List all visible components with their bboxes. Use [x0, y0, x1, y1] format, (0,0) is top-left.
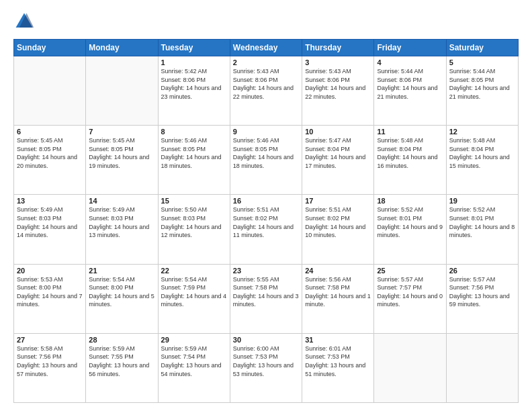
cal-cell: 17Sunrise: 5:51 AM Sunset: 8:02 PM Dayli… [302, 195, 374, 264]
cal-cell: 2Sunrise: 5:43 AM Sunset: 8:06 PM Daylig… [230, 56, 302, 126]
cal-cell [14, 56, 86, 126]
day-number: 2 [233, 58, 299, 66]
logo [13, 11, 39, 32]
day-info: Sunrise: 5:45 AM Sunset: 8:05 PM Dayligh… [89, 136, 154, 170]
day-number: 23 [233, 267, 299, 275]
day-number: 13 [17, 197, 83, 205]
cal-cell: 9Sunrise: 5:46 AM Sunset: 8:05 PM Daylig… [230, 126, 302, 195]
cal-cell: 18Sunrise: 5:52 AM Sunset: 8:01 PM Dayli… [374, 195, 446, 264]
week-row-1: 1Sunrise: 5:42 AM Sunset: 8:06 PM Daylig… [14, 56, 519, 126]
day-info: Sunrise: 5:46 AM Sunset: 8:05 PM Dayligh… [161, 136, 227, 170]
cal-cell: 23Sunrise: 5:55 AM Sunset: 7:58 PM Dayli… [230, 264, 302, 333]
cal-cell: 29Sunrise: 5:59 AM Sunset: 7:54 PM Dayli… [158, 333, 230, 402]
weekday-header-tuesday: Tuesday [158, 40, 230, 56]
day-info: Sunrise: 5:45 AM Sunset: 8:05 PM Dayligh… [17, 136, 83, 170]
cal-cell [374, 333, 446, 402]
weekday-header-thursday: Thursday [302, 40, 374, 56]
cal-cell: 26Sunrise: 5:57 AM Sunset: 7:56 PM Dayli… [446, 264, 518, 333]
cal-cell: 25Sunrise: 5:57 AM Sunset: 7:57 PM Dayli… [374, 264, 446, 333]
day-number: 27 [17, 336, 83, 344]
day-info: Sunrise: 5:52 AM Sunset: 8:01 PM Dayligh… [449, 205, 515, 239]
cal-cell: 7Sunrise: 5:45 AM Sunset: 8:05 PM Daylig… [86, 126, 158, 195]
day-number: 19 [449, 197, 515, 205]
week-row-4: 20Sunrise: 5:53 AM Sunset: 8:00 PM Dayli… [14, 264, 519, 333]
day-number: 17 [305, 197, 371, 205]
cal-cell: 27Sunrise: 5:58 AM Sunset: 7:56 PM Dayli… [14, 333, 86, 402]
cal-cell: 30Sunrise: 6:00 AM Sunset: 7:53 PM Dayli… [230, 333, 302, 402]
weekday-header-friday: Friday [374, 40, 446, 56]
day-number: 29 [161, 336, 227, 344]
day-number: 12 [449, 128, 515, 136]
page: SundayMondayTuesdayWednesdayThursdayFrid… [0, 0, 532, 411]
day-number: 28 [89, 336, 154, 344]
day-number: 18 [377, 197, 443, 205]
day-number: 31 [305, 336, 371, 344]
day-info: Sunrise: 5:51 AM Sunset: 8:02 PM Dayligh… [233, 205, 299, 239]
day-info: Sunrise: 5:48 AM Sunset: 8:04 PM Dayligh… [449, 136, 515, 170]
cal-cell: 20Sunrise: 5:53 AM Sunset: 8:00 PM Dayli… [14, 264, 86, 333]
day-number: 30 [233, 336, 299, 344]
cal-cell: 4Sunrise: 5:44 AM Sunset: 8:06 PM Daylig… [374, 56, 446, 126]
weekday-header-row: SundayMondayTuesdayWednesdayThursdayFrid… [14, 40, 519, 56]
cal-cell: 19Sunrise: 5:52 AM Sunset: 8:01 PM Dayli… [446, 195, 518, 264]
day-info: Sunrise: 6:00 AM Sunset: 7:53 PM Dayligh… [233, 345, 299, 378]
day-number: 20 [17, 267, 83, 275]
cal-cell: 21Sunrise: 5:54 AM Sunset: 8:00 PM Dayli… [86, 264, 158, 333]
cal-cell [86, 56, 158, 126]
day-info: Sunrise: 5:56 AM Sunset: 7:58 PM Dayligh… [305, 275, 371, 309]
weekday-header-wednesday: Wednesday [230, 40, 302, 56]
day-info: Sunrise: 5:43 AM Sunset: 8:06 PM Dayligh… [305, 67, 371, 101]
week-row-3: 13Sunrise: 5:49 AM Sunset: 8:03 PM Dayli… [14, 195, 519, 264]
cal-cell: 8Sunrise: 5:46 AM Sunset: 8:05 PM Daylig… [158, 126, 230, 195]
day-info: Sunrise: 5:58 AM Sunset: 7:56 PM Dayligh… [17, 345, 83, 378]
cal-cell: 24Sunrise: 5:56 AM Sunset: 7:58 PM Dayli… [302, 264, 374, 333]
cal-cell: 1Sunrise: 5:42 AM Sunset: 8:06 PM Daylig… [158, 56, 230, 126]
weekday-header-monday: Monday [86, 40, 158, 56]
day-number: 21 [89, 267, 154, 275]
day-number: 26 [449, 267, 515, 275]
cal-cell: 10Sunrise: 5:47 AM Sunset: 8:04 PM Dayli… [302, 126, 374, 195]
day-number: 10 [305, 128, 371, 136]
cal-cell: 5Sunrise: 5:44 AM Sunset: 8:05 PM Daylig… [446, 56, 518, 126]
day-info: Sunrise: 5:54 AM Sunset: 7:59 PM Dayligh… [161, 275, 227, 309]
day-info: Sunrise: 5:48 AM Sunset: 8:04 PM Dayligh… [377, 136, 443, 170]
day-number: 3 [305, 58, 371, 66]
day-number: 7 [89, 128, 154, 136]
day-number: 24 [305, 267, 371, 275]
day-info: Sunrise: 5:55 AM Sunset: 7:58 PM Dayligh… [233, 275, 299, 309]
day-number: 15 [161, 197, 227, 205]
day-info: Sunrise: 5:47 AM Sunset: 8:04 PM Dayligh… [305, 136, 371, 170]
day-number: 9 [233, 128, 299, 136]
day-number: 16 [233, 197, 299, 205]
day-info: Sunrise: 5:46 AM Sunset: 8:05 PM Dayligh… [233, 136, 299, 170]
cal-cell: 12Sunrise: 5:48 AM Sunset: 8:04 PM Dayli… [446, 126, 518, 195]
day-info: Sunrise: 5:43 AM Sunset: 8:06 PM Dayligh… [233, 67, 299, 101]
day-number: 14 [89, 197, 154, 205]
day-info: Sunrise: 5:44 AM Sunset: 8:05 PM Dayligh… [449, 67, 515, 101]
calendar-table: SundayMondayTuesdayWednesdayThursdayFrid… [13, 39, 519, 403]
weekday-header-saturday: Saturday [446, 40, 518, 56]
day-number: 8 [161, 128, 227, 136]
week-row-5: 27Sunrise: 5:58 AM Sunset: 7:56 PM Dayli… [14, 333, 519, 402]
day-number: 25 [377, 267, 443, 275]
day-info: Sunrise: 5:50 AM Sunset: 8:03 PM Dayligh… [161, 205, 227, 239]
cal-cell: 15Sunrise: 5:50 AM Sunset: 8:03 PM Dayli… [158, 195, 230, 264]
day-number: 5 [449, 58, 515, 66]
day-info: Sunrise: 5:52 AM Sunset: 8:01 PM Dayligh… [377, 205, 443, 239]
cal-cell: 6Sunrise: 5:45 AM Sunset: 8:05 PM Daylig… [14, 126, 86, 195]
cal-cell: 16Sunrise: 5:51 AM Sunset: 8:02 PM Dayli… [230, 195, 302, 264]
day-info: Sunrise: 5:53 AM Sunset: 8:00 PM Dayligh… [17, 275, 83, 309]
day-info: Sunrise: 5:42 AM Sunset: 8:06 PM Dayligh… [161, 67, 227, 101]
cal-cell: 3Sunrise: 5:43 AM Sunset: 8:06 PM Daylig… [302, 56, 374, 126]
header [13, 11, 519, 32]
day-number: 11 [377, 128, 443, 136]
cal-cell: 11Sunrise: 5:48 AM Sunset: 8:04 PM Dayli… [374, 126, 446, 195]
cal-cell: 31Sunrise: 6:01 AM Sunset: 7:53 PM Dayli… [302, 333, 374, 402]
cal-cell: 22Sunrise: 5:54 AM Sunset: 7:59 PM Dayli… [158, 264, 230, 333]
day-info: Sunrise: 5:59 AM Sunset: 7:54 PM Dayligh… [161, 345, 227, 378]
day-info: Sunrise: 5:44 AM Sunset: 8:06 PM Dayligh… [377, 67, 443, 101]
cal-cell: 28Sunrise: 5:59 AM Sunset: 7:55 PM Dayli… [86, 333, 158, 402]
day-info: Sunrise: 5:54 AM Sunset: 8:00 PM Dayligh… [89, 275, 154, 309]
day-info: Sunrise: 5:57 AM Sunset: 7:57 PM Dayligh… [377, 275, 443, 309]
day-number: 22 [161, 267, 227, 275]
